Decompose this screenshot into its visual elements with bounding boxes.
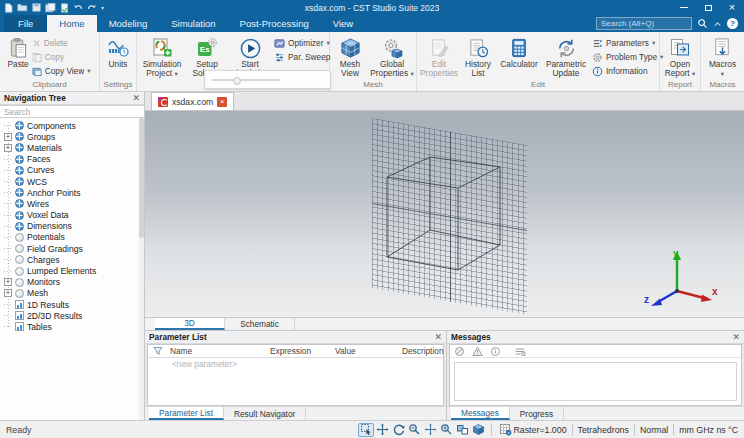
move-icon[interactable] — [374, 423, 390, 437]
menu-tab-view[interactable]: View — [321, 15, 365, 32]
calculator-button[interactable]: Calculator — [496, 34, 542, 80]
menu-tab-home[interactable]: Home — [47, 15, 96, 32]
tree-item-tables[interactable]: Tables — [0, 321, 144, 332]
tree-item-field-gradings[interactable]: Field Gradings — [0, 243, 144, 254]
document-tab[interactable]: xsdax.com × — [151, 92, 234, 110]
simulation-project-button[interactable]: Simulation Project ▾ — [138, 34, 186, 80]
optimizer-button[interactable]: Optimizer ▾ — [274, 36, 326, 50]
collapse-ribbon-icon[interactable] — [713, 20, 722, 28]
panel-tab-progress[interactable]: Progress — [510, 407, 564, 420]
parametric-update-button[interactable]: Parametric Update — [542, 34, 590, 80]
message-options-icon[interactable] — [514, 346, 526, 357]
status-mode[interactable]: Normal — [640, 425, 668, 435]
redo-icon[interactable] — [87, 3, 97, 12]
simulation-project-dropdown-icon[interactable]: ▾ — [174, 70, 177, 77]
global-properties-button[interactable]: Global Properties ▾ — [369, 34, 415, 80]
help-icon[interactable]: ? — [727, 18, 738, 29]
copy-view-dropdown-icon[interactable]: ▾ — [87, 67, 90, 75]
info-messages-icon[interactable] — [490, 346, 501, 357]
rotate-icon[interactable] — [390, 423, 406, 437]
status-units[interactable]: mm GHz ns °C — [679, 425, 738, 435]
expand-toggle-icon[interactable]: + — [4, 278, 12, 286]
maximize-button[interactable] — [696, 0, 720, 15]
zoom-select-icon[interactable] — [406, 423, 422, 437]
tree-item-wires[interactable]: Wires — [0, 198, 144, 209]
tree-item-1d-results[interactable]: 1D Results — [0, 299, 144, 310]
menu-tab-file[interactable]: File — [4, 15, 47, 32]
viewport-3d[interactable]: x y z — [145, 111, 744, 318]
new-parameter-row[interactable]: <new parameter> — [148, 358, 443, 370]
status-raster[interactable]: Raster=1.000 — [513, 425, 566, 435]
tree-item-faces[interactable]: Faces — [0, 154, 144, 165]
tree-search-input[interactable] — [0, 105, 144, 118]
tree-item-dimensions[interactable]: Dimensions — [0, 221, 144, 232]
open-report-button[interactable]: Open Report ▾ — [661, 34, 699, 80]
view-tab-schematic[interactable]: Schematic — [225, 318, 295, 330]
search-input[interactable]: Search (Alt+Q) — [596, 17, 692, 30]
tree-item-curves[interactable]: Curves — [0, 165, 144, 176]
status-mesh-type[interactable]: Tetrahedrons — [578, 425, 629, 435]
document-tab-close-icon[interactable]: × — [217, 97, 227, 107]
macros-dropdown-icon[interactable]: ▾ — [721, 70, 724, 77]
view-cube-icon[interactable] — [470, 423, 486, 437]
minimize-button[interactable] — [672, 0, 696, 15]
problem-type-button[interactable]: Problem Type ▾ — [592, 50, 656, 64]
customize-quick-access-icon[interactable]: ▾ — [101, 4, 104, 11]
close-button[interactable]: × — [720, 0, 744, 15]
export-icon[interactable] — [60, 3, 69, 13]
save-icon[interactable] — [32, 3, 41, 12]
menu-tab-simulation[interactable]: Simulation — [159, 15, 227, 32]
tree-item-materials[interactable]: +Materials — [0, 142, 144, 153]
undo-icon[interactable] — [73, 3, 83, 12]
copy-button[interactable]: Copy — [32, 50, 91, 64]
search-icon[interactable] — [697, 18, 708, 29]
parameters-button[interactable]: Parameters ▾ — [592, 36, 656, 50]
new-file-icon[interactable] — [4, 3, 13, 13]
menu-tab-modeling[interactable]: Modeling — [97, 15, 160, 32]
warnings-icon[interactable] — [472, 346, 483, 357]
pan-icon[interactable] — [422, 423, 438, 437]
expand-toggle-icon[interactable]: + — [4, 133, 12, 141]
tree-item-lumped-elements[interactable]: Lumped Elements — [0, 265, 144, 276]
messages-close-icon[interactable]: ✕ — [732, 333, 740, 342]
edit-properties-button[interactable]: Edit Properties — [418, 34, 460, 80]
panel-tab-messages[interactable]: Messages — [451, 407, 510, 420]
save-all-icon[interactable] — [45, 3, 56, 13]
tree-item-voxel-data[interactable]: Voxel Data — [0, 210, 144, 221]
tree-item-groups[interactable]: +Groups — [0, 131, 144, 142]
menu-tab-post-processing[interactable]: Post-Processing — [228, 15, 321, 32]
tree-item-monitors[interactable]: +Monitors — [0, 277, 144, 288]
information-button[interactable]: Information — [592, 64, 656, 78]
navigation-tree-close-icon[interactable]: ✕ — [132, 94, 140, 103]
macros-button[interactable]: Macros▾ — [708, 34, 737, 80]
zoom-icon[interactable] — [438, 423, 454, 437]
par-sweep-button[interactable]: Par. Sweep — [274, 50, 326, 64]
view-tab-3d[interactable]: 3D — [155, 318, 225, 330]
pick-icon[interactable] — [358, 423, 374, 437]
parameters-dropdown-icon[interactable]: ▾ — [652, 39, 655, 47]
panel-tab-result-navigator[interactable]: Result Navigator — [224, 407, 306, 420]
paste-button[interactable]: Paste — [7, 34, 30, 80]
open-report-dropdown-icon[interactable]: ▾ — [692, 70, 695, 77]
history-list-button[interactable]: History List — [460, 34, 496, 80]
tree-item-charges[interactable]: Charges — [0, 254, 144, 265]
tree-item-mesh[interactable]: +Mesh — [0, 288, 144, 299]
tree-item-wcs[interactable]: WCS — [0, 176, 144, 187]
parameter-list-close-icon[interactable]: ✕ — [434, 333, 442, 342]
mesh-view-button[interactable]: Mesh View — [331, 34, 369, 80]
raster-icon[interactable] — [497, 423, 513, 437]
panel-tab-parameter-list[interactable]: Parameter List — [149, 407, 224, 420]
tree-item-components[interactable]: Components — [0, 120, 144, 131]
funnel-icon[interactable] — [150, 346, 170, 356]
tree-item-anchor-points[interactable]: Anchor Points — [0, 187, 144, 198]
tree-item-2d-3d-results[interactable]: 2D/3D Results — [0, 310, 144, 321]
align-icon[interactable] — [454, 423, 470, 437]
errors-icon[interactable] — [454, 346, 465, 357]
delete-button[interactable]: Delete — [32, 36, 91, 50]
tree-scrollbar[interactable] — [139, 118, 144, 420]
expand-toggle-icon[interactable]: + — [4, 289, 12, 297]
open-file-icon[interactable] — [17, 3, 28, 12]
tree-item-potentials[interactable]: Potentials — [0, 232, 144, 243]
global-properties-dropdown-icon[interactable]: ▾ — [410, 70, 413, 77]
copy-view-button[interactable]: Copy View ▾ — [32, 64, 91, 78]
